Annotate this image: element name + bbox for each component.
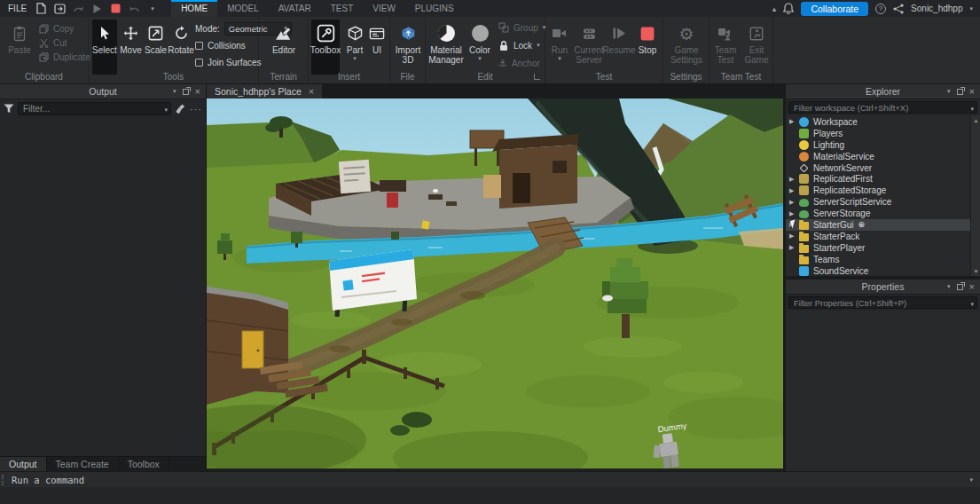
anchor-button[interactable]: ⚓Anchor <box>498 56 545 70</box>
add-instance-icon[interactable]: ⊕ <box>858 220 866 229</box>
expander-icon[interactable]: ▶ <box>789 176 799 183</box>
clear-output-broom-icon[interactable] <box>175 103 186 114</box>
material-manager-button[interactable]: Material Manager <box>427 20 465 65</box>
terrain-editor-button[interactable]: Editor <box>269 20 299 55</box>
rotate-tool-button[interactable]: Rotate <box>169 20 193 55</box>
stop-icon[interactable] <box>109 2 122 15</box>
quick-access-caret-icon[interactable]: ▾ <box>146 2 159 15</box>
username-label[interactable]: Sonic_hdhpp <box>911 4 962 13</box>
help-icon[interactable]: ? <box>875 4 886 14</box>
viewport-tab-close-icon[interactable]: × <box>309 87 314 96</box>
output-undock-icon[interactable] <box>183 89 189 95</box>
properties-collapse-icon[interactable]: ▾ <box>947 283 951 290</box>
explorer-item-ServerScriptService[interactable]: ▶ServerScriptService <box>786 196 980 208</box>
tab-model[interactable]: MODEL <box>217 0 269 17</box>
tab-avatar[interactable]: AVATAR <box>269 0 321 17</box>
explorer-item-Lighting[interactable]: Lighting <box>786 139 980 151</box>
undo-icon[interactable] <box>128 2 140 15</box>
explorer-item-Teams[interactable]: Teams <box>786 254 980 265</box>
select-tool-button[interactable]: Select <box>92 20 117 75</box>
explorer-item-NetworkServer[interactable]: NetworkServer <box>786 162 980 174</box>
part-button[interactable]: Part ▾ <box>343 20 366 62</box>
explorer-item-MaterialService[interactable]: MaterialService <box>786 151 980 162</box>
group-button[interactable]: Group▾ <box>498 20 545 35</box>
toolbox-button[interactable]: Toolbox <box>311 20 340 75</box>
new-file-icon[interactable] <box>35 2 47 15</box>
properties-filter-input[interactable] <box>788 296 977 309</box>
duplicate-button[interactable]: Duplicate <box>39 50 90 64</box>
color-button[interactable]: Color ▾ <box>466 20 493 62</box>
tab-home[interactable]: HOME <box>171 0 217 17</box>
explorer-filter-caret-icon[interactable]: ▾ <box>970 106 974 113</box>
output-filter-input[interactable] <box>18 102 171 115</box>
dock-tab-toolbox[interactable]: Toolbox <box>119 457 169 471</box>
explorer-close-icon[interactable]: × <box>969 87 975 96</box>
resume-button[interactable]: Resume <box>605 20 633 55</box>
explorer-item-StarterGui[interactable]: ▶StarterGui⊕ <box>786 219 980 231</box>
file-menu[interactable]: FILE <box>0 0 35 17</box>
collaborate-button[interactable]: Collaborate <box>801 2 868 16</box>
notifications-bell-icon[interactable] <box>783 3 794 14</box>
game-settings-button[interactable]: ⚙ Game Settings <box>669 20 704 65</box>
copy-button[interactable]: Copy <box>39 21 90 35</box>
tab-test[interactable]: TEST <box>321 0 364 17</box>
expander-icon[interactable]: ▶ <box>789 210 799 217</box>
output-collapse-icon[interactable]: ▾ <box>173 88 176 95</box>
properties-filter-caret-icon[interactable]: ▾ <box>970 301 974 308</box>
ui-button[interactable]: UI <box>367 20 387 55</box>
explorer-item-ReplicatedStorage[interactable]: ▶ReplicatedStorage <box>786 185 980 196</box>
output-more-options[interactable]: ··· <box>190 104 202 114</box>
play-icon[interactable] <box>90 2 103 15</box>
stop-test-button[interactable]: Stop <box>635 20 660 55</box>
properties-filter-bar: ▾ <box>786 295 980 311</box>
expander-icon[interactable]: ▶ <box>789 244 799 251</box>
command-bar-grip[interactable] <box>2 475 6 485</box>
share-icon[interactable] <box>893 4 904 14</box>
scale-tool-button[interactable]: Scale <box>144 20 168 55</box>
cut-button[interactable]: Cut <box>39 35 90 50</box>
properties-close-icon[interactable]: × <box>969 282 975 291</box>
command-bar-caret-icon[interactable]: ▾ <box>969 476 980 484</box>
explorer-item-StarterPack[interactable]: ▶StarterPack <box>786 231 980 242</box>
expander-icon[interactable]: ▶ <box>789 199 799 206</box>
run-button[interactable]: Run ▾ <box>547 20 572 62</box>
scroll-up-icon[interactable]: ▲ <box>971 115 980 125</box>
viewport-tab[interactable]: Sonic_hdhpp's Place × <box>207 84 322 98</box>
dock-tab-output[interactable]: Output <box>0 457 47 471</box>
lock-button[interactable]: Lock▾ <box>498 38 545 52</box>
explorer-item-label: SoundService <box>813 266 868 276</box>
dock-tab-team-create[interactable]: Team Create <box>47 457 119 471</box>
tab-plugins[interactable]: PLUGINS <box>405 0 464 17</box>
explorer-collapse-icon[interactable]: ▾ <box>947 88 951 95</box>
expander-icon[interactable]: ▶ <box>789 187 799 194</box>
current-server-button[interactable]: Current Server <box>575 20 603 65</box>
save-icon[interactable] <box>53 2 66 15</box>
explorer-item-Players[interactable]: Players <box>786 128 980 139</box>
exit-game-button[interactable]: Exit Game <box>743 20 770 65</box>
explorer-filter-input[interactable] <box>788 101 977 114</box>
move-tool-button[interactable]: Move <box>119 20 143 55</box>
tab-view[interactable]: VIEW <box>363 0 405 17</box>
explorer-item-ReplicatedFirst[interactable]: ▶ReplicatedFirst <box>786 173 980 185</box>
explorer-scrollbar[interactable]: ▲ ▼ <box>970 115 980 276</box>
import-3d-button[interactable]: Import 3D <box>392 20 424 65</box>
explorer-item-SoundService[interactable]: SoundService <box>786 265 980 276</box>
explorer-undock-icon[interactable] <box>957 89 963 95</box>
filter-funnel-icon[interactable] <box>4 104 14 114</box>
output-close-icon[interactable]: × <box>195 87 200 96</box>
collapse-ribbon-icon[interactable]: ▴ <box>772 4 777 13</box>
expander-icon[interactable]: ▶ <box>789 232 799 240</box>
paste-button[interactable]: Paste <box>5 20 34 55</box>
redo-icon[interactable] <box>72 2 84 15</box>
viewport-3d[interactable]: Dummy <box>207 98 783 469</box>
output-filter-caret-icon[interactable]: ▾ <box>164 106 168 114</box>
command-bar-input[interactable] <box>10 474 365 486</box>
expander-icon[interactable]: ▶ <box>789 118 799 125</box>
team-test-button[interactable]: Team Test <box>711 20 740 65</box>
explorer-item-Workspace[interactable]: ▶Workspace <box>786 116 980 128</box>
output-log-area[interactable] <box>0 118 206 456</box>
properties-undock-icon[interactable] <box>957 284 963 290</box>
explorer-item-ServerStorage[interactable]: ▶ServerStorage <box>786 208 980 219</box>
scroll-down-icon[interactable]: ▼ <box>971 266 980 276</box>
explorer-item-StarterPlayer[interactable]: ▶StarterPlayer <box>786 242 980 254</box>
